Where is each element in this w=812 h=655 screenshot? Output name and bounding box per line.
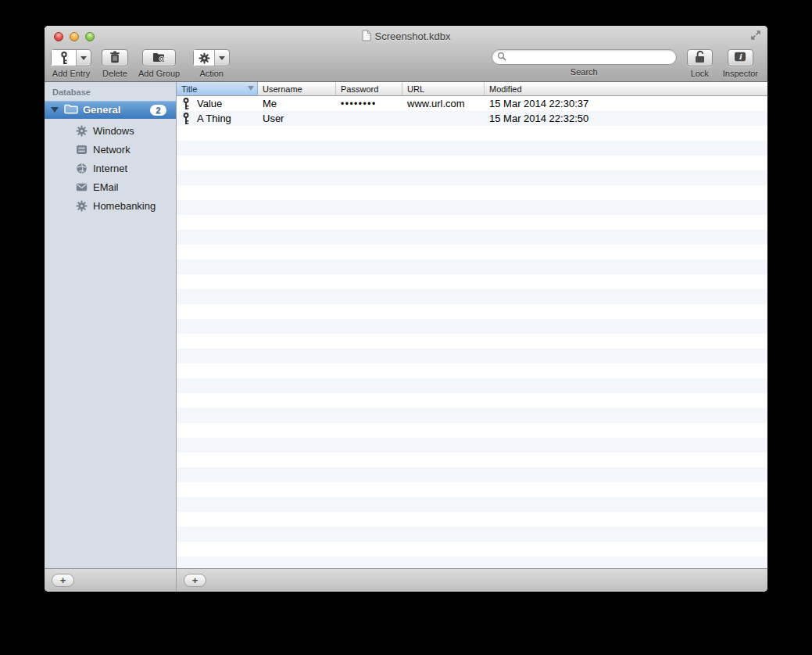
entry-url	[402, 111, 485, 126]
sidebar-section-database: Database	[45, 84, 176, 101]
sidebar-bottom-bar: +	[45, 569, 177, 592]
add-entry-dropdown[interactable]	[76, 50, 91, 66]
add-group-label: Add Group	[138, 69, 180, 78]
search-icon	[497, 50, 506, 64]
gear-icon	[75, 124, 88, 137]
action-dropdown[interactable]	[214, 50, 229, 66]
sidebar-item-internet[interactable]: Internet	[45, 159, 176, 177]
entry-username: User	[258, 111, 336, 126]
add-entry-plus-button[interactable]: +	[184, 574, 206, 587]
sidebar-item-label: Windows	[93, 125, 134, 137]
entry-list: Value Me •••••••• www.url.com 15 Mar 201…	[177, 96, 767, 568]
window-title: Screenshot.kdbx	[375, 30, 451, 42]
sidebar-group-general[interactable]: General 2	[45, 101, 176, 119]
bottom-bar: + +	[45, 568, 767, 592]
delete-toolbar-item: Delete	[102, 49, 128, 78]
add-group-toolbar-item: Add Group	[138, 49, 180, 78]
search-toolbar-item: Search	[492, 49, 677, 77]
action-label: Action	[199, 69, 224, 78]
group-label: General	[83, 104, 120, 116]
entry-title: A Thing	[197, 113, 231, 124]
key-icon	[52, 50, 76, 66]
action-toolbar-item: Action	[193, 49, 230, 78]
sidebar-item-network[interactable]: Network	[45, 140, 176, 159]
entry-modified: 15 Mar 2014 22:32:50	[485, 111, 767, 126]
delete-label: Delete	[102, 69, 127, 78]
add-entry-toolbar-item: Add Entry	[51, 49, 91, 78]
trash-icon	[109, 51, 120, 66]
sidebar-item-label: EMail	[93, 181, 119, 193]
entry-row[interactable]: A Thing User 15 Mar 2014 22:32:50	[177, 111, 767, 126]
sidebar-item-label: Homebanking	[93, 200, 156, 212]
content-area: Database General 2 Windows Network Inter…	[45, 82, 767, 568]
sort-descending-icon	[248, 86, 254, 91]
sidebar-item-label: Internet	[93, 163, 127, 174]
table-bottom-bar: +	[177, 569, 767, 592]
inspector-button[interactable]: i	[728, 49, 753, 66]
entry-password	[336, 111, 402, 126]
folder-plus-icon	[152, 52, 166, 65]
app-window: Screenshot.kdbx Add Entry Delete Add Gro…	[45, 26, 767, 592]
key-icon	[182, 113, 190, 125]
sidebar-item-windows[interactable]: Windows	[45, 121, 176, 140]
column-header-password[interactable]: Password	[336, 82, 402, 95]
column-header-title[interactable]: Title	[177, 82, 258, 95]
delete-button[interactable]	[102, 49, 128, 66]
column-header-username[interactable]: Username	[258, 82, 336, 95]
document-icon	[362, 30, 371, 44]
entry-username: Me	[258, 96, 336, 111]
disclosure-triangle-icon[interactable]	[51, 107, 59, 113]
search-input[interactable]	[510, 51, 671, 63]
gear-icon	[75, 199, 88, 212]
entry-modified: 15 Mar 2014 22:30:37	[485, 96, 767, 111]
search-label: Search	[571, 67, 598, 77]
sidebar-items: Windows Network Internet EMail Homebanki…	[45, 121, 176, 215]
action-button[interactable]	[193, 49, 230, 66]
add-entry-button[interactable]	[51, 49, 91, 66]
sidebar-item-label: Network	[93, 144, 131, 156]
add-entry-label: Add Entry	[52, 69, 90, 78]
column-header-modified[interactable]: Modified	[485, 82, 767, 95]
sidebar-item-homebanking[interactable]: Homebanking	[45, 196, 176, 215]
entry-title: Value	[197, 98, 222, 109]
entry-count-badge: 2	[150, 105, 166, 116]
network-icon	[75, 143, 88, 156]
lock-label: Lock	[691, 69, 709, 78]
column-header-url[interactable]: URL	[402, 82, 485, 95]
gear-icon	[194, 50, 214, 66]
lock-toolbar-item: Lock	[687, 49, 713, 78]
minimize-button[interactable]	[70, 32, 79, 41]
globe-icon	[75, 162, 88, 174]
key-icon	[182, 98, 190, 110]
folder-icon	[64, 104, 78, 116]
inspector-label: Inspector	[723, 69, 758, 78]
inspector-toolbar-item: i Inspector	[723, 49, 758, 78]
close-button[interactable]	[54, 32, 63, 41]
chevron-down-icon	[219, 56, 225, 60]
window-chrome: Screenshot.kdbx Add Entry Delete Add Gro…	[45, 26, 767, 82]
entry-row[interactable]: Value Me •••••••• www.url.com 15 Mar 201…	[177, 96, 767, 111]
add-group-button[interactable]	[142, 49, 176, 66]
table-header: Title Username Password URL Modified	[177, 82, 767, 96]
add-group-plus-button[interactable]: +	[52, 574, 74, 587]
entry-table: Title Username Password URL Modified Val…	[177, 82, 767, 568]
search-field[interactable]	[492, 49, 677, 65]
toolbar: Add Entry Delete Add Group Action	[45, 47, 767, 81]
sidebar-item-email[interactable]: EMail	[45, 177, 176, 196]
envelope-icon	[75, 181, 88, 193]
entry-password: ••••••••	[336, 96, 402, 111]
window-title-area: Screenshot.kdbx	[362, 30, 451, 44]
fullscreen-icon[interactable]	[750, 30, 761, 44]
zoom-button[interactable]	[85, 32, 95, 41]
sidebar: Database General 2 Windows Network Inter…	[45, 82, 177, 568]
lock-button[interactable]	[687, 49, 713, 66]
info-icon: i	[734, 52, 746, 64]
unlocked-padlock-icon	[694, 50, 706, 66]
entry-url: www.url.com	[402, 96, 485, 111]
chevron-down-icon	[80, 56, 87, 60]
titlebar[interactable]: Screenshot.kdbx	[45, 26, 767, 47]
traffic-lights	[54, 32, 95, 41]
